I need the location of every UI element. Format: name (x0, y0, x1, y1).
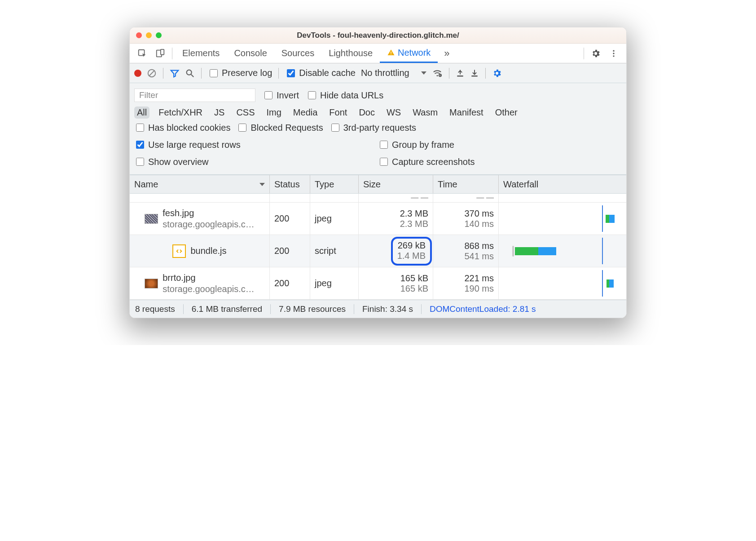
network-toolbar: Preserve log Disable cache No throttling (130, 63, 626, 83)
status-bar: 8 requests 6.1 MB transferred 7.9 MB res… (130, 300, 626, 318)
type-filter-img[interactable]: Img (264, 106, 284, 119)
window-title: DevTools - foul-heavenly-direction.glitc… (130, 31, 626, 40)
group-by-frame-checkbox[interactable]: Group by frame (378, 139, 622, 150)
status-resources: 7.9 MB resources (279, 304, 346, 314)
status-requests: 8 requests (135, 304, 175, 314)
svg-point-10 (187, 70, 192, 75)
svg-rect-4 (391, 54, 391, 55)
col-waterfall[interactable]: Waterfall (499, 175, 626, 193)
network-settings-icon[interactable] (492, 68, 502, 78)
table-header: Name Status Type Size Time Waterfall (130, 175, 626, 194)
cell-time: 868 ms541 ms (433, 235, 499, 267)
status-finish: Finish: 3.34 s (362, 304, 413, 314)
script-file-icon (172, 244, 186, 258)
file-domain: storage.googleapis.c… (163, 284, 255, 295)
invert-checkbox[interactable]: Invert (263, 90, 299, 101)
cell-status: 200 (270, 203, 310, 235)
cell-type: jpeg (310, 267, 359, 299)
panel-tabs: Elements Console Sources Lighthouse Netw… (130, 44, 626, 63)
col-size[interactable]: Size (359, 175, 433, 193)
titlebar: DevTools - foul-heavenly-direction.glitc… (130, 27, 626, 44)
more-tabs-button[interactable]: » (438, 48, 456, 59)
third-party-checkbox[interactable]: 3rd-party requests (330, 122, 416, 133)
svg-rect-3 (391, 52, 391, 53)
file-thumbnail-icon (145, 214, 158, 224)
tab-network[interactable]: Network (380, 44, 438, 63)
type-filter-ws[interactable]: WS (384, 106, 404, 119)
col-type[interactable]: Type (310, 175, 359, 193)
file-name: bundle.js (190, 245, 226, 257)
network-conditions-icon[interactable] (432, 68, 443, 78)
warning-icon (387, 49, 395, 57)
blocked-requests-checkbox[interactable]: Blocked Requests (237, 122, 323, 133)
export-har-icon[interactable] (470, 68, 479, 78)
svg-line-9 (149, 70, 155, 76)
import-har-icon[interactable] (456, 68, 465, 78)
table-row-partial: ― ―― ― (130, 194, 626, 203)
cell-status: 200 (270, 267, 310, 299)
cell-type: jpeg (310, 203, 359, 235)
type-filter-all[interactable]: All (134, 106, 149, 119)
type-filter-manifest[interactable]: Manifest (447, 106, 486, 119)
cell-type: script (310, 235, 359, 267)
preserve-log-checkbox[interactable]: Preserve log (208, 68, 272, 79)
type-filter-js[interactable]: JS (211, 106, 227, 119)
col-status[interactable]: Status (270, 175, 310, 193)
table-row[interactable]: bundle.js 200 script 269 kB1.4 MB 868 ms… (130, 235, 626, 267)
filter-funnel-icon[interactable] (170, 68, 180, 78)
tab-lighthouse[interactable]: Lighthouse (321, 44, 380, 63)
filter-input[interactable]: Filter (134, 89, 255, 102)
table-row[interactable]: brrto.jpg storage.googleapis.c… 200 jpeg… (130, 267, 626, 300)
tab-sources[interactable]: Sources (274, 44, 321, 63)
cell-waterfall (499, 235, 626, 267)
tab-elements[interactable]: Elements (175, 44, 227, 63)
type-filter-wasm[interactable]: Wasm (410, 106, 440, 119)
col-time[interactable]: Time (433, 175, 499, 193)
device-toggle-icon[interactable] (151, 49, 169, 58)
cell-size: 2.3 MB2.3 MB (359, 203, 433, 235)
show-overview-checkbox[interactable]: Show overview (134, 156, 378, 167)
tab-console[interactable]: Console (227, 44, 274, 63)
cell-size-highlighted: 269 kB1.4 MB (359, 235, 433, 267)
svg-point-5 (613, 50, 614, 51)
cell-waterfall (499, 267, 626, 299)
type-filter-other[interactable]: Other (492, 106, 520, 119)
file-name: brrto.jpg (163, 272, 255, 284)
type-filter-font[interactable]: Font (326, 106, 350, 119)
settings-icon[interactable] (587, 49, 605, 58)
cell-time: 370 ms140 ms (433, 203, 499, 235)
throttling-select[interactable]: No throttling (361, 68, 426, 78)
svg-point-7 (613, 55, 614, 57)
type-filter-fetchxhr[interactable]: Fetch/XHR (156, 106, 205, 119)
cell-size: 165 kB165 kB (359, 267, 433, 299)
status-transferred: 6.1 MB transferred (192, 304, 262, 314)
cell-status: 200 (270, 235, 310, 267)
record-button[interactable] (134, 70, 141, 77)
svg-point-12 (436, 75, 438, 76)
large-rows-checkbox[interactable]: Use large request rows (134, 139, 378, 150)
inspect-icon[interactable] (133, 49, 151, 58)
hide-data-urls-checkbox[interactable]: Hide data URLs (306, 90, 383, 101)
search-icon[interactable] (185, 68, 195, 78)
disable-cache-checkbox[interactable]: Disable cache (285, 68, 356, 79)
chevron-down-icon (421, 71, 426, 75)
status-domcontentloaded: DOMContentLoaded: 2.81 s (430, 304, 536, 314)
devtools-window: DevTools - foul-heavenly-direction.glitc… (129, 27, 627, 318)
capture-screenshots-checkbox[interactable]: Capture screenshots (378, 156, 622, 167)
file-domain: storage.googleapis.c… (163, 219, 255, 230)
type-filter-row: All Fetch/XHR JS CSS Img Media Font Doc … (134, 105, 622, 120)
type-filter-css[interactable]: CSS (233, 106, 257, 119)
type-filter-doc[interactable]: Doc (356, 106, 378, 119)
kebab-menu-icon[interactable] (605, 49, 623, 58)
clear-icon[interactable] (147, 68, 157, 78)
cell-time: 221 ms190 ms (433, 267, 499, 299)
table-row[interactable]: fesh.jpg storage.googleapis.c… 200 jpeg … (130, 203, 626, 235)
col-name[interactable]: Name (130, 175, 270, 193)
svg-rect-15 (471, 75, 477, 77)
file-name: fesh.jpg (163, 208, 255, 219)
type-filter-media[interactable]: Media (290, 106, 320, 119)
cell-waterfall (499, 203, 626, 235)
has-blocked-cookies-checkbox[interactable]: Has blocked cookies (134, 122, 230, 133)
file-thumbnail-icon (145, 279, 158, 288)
svg-line-11 (191, 74, 194, 77)
